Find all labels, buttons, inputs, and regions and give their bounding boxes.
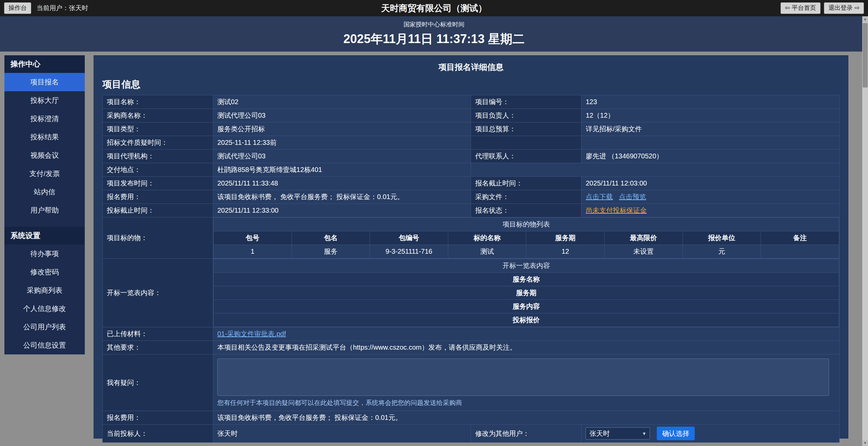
topbar-left: 操作台 当前用户：张天时: [4, 2, 88, 14]
field-label: 项目编号：: [471, 95, 581, 109]
sidebar-item-user-help[interactable]: 用户帮助: [4, 201, 85, 219]
table-row: 其他要求： 本项目相关公告及变更事项在招采测试平台（https://www.cs…: [103, 341, 840, 354]
logout-button[interactable]: 退出登录 ⇨: [824, 2, 864, 14]
scroll-down-icon[interactable]: ▼: [862, 440, 868, 446]
clock-source-label: 国家授时中心标准时间: [0, 20, 868, 28]
cell: [761, 245, 839, 258]
opening-row: 服务名称: [213, 273, 839, 286]
confirm-select-button[interactable]: 确认选择: [657, 427, 695, 440]
field-value: 测试02: [213, 95, 471, 109]
sidebar-item-video-meeting[interactable]: 视频会议: [4, 146, 85, 164]
company-title: 天时商贸有限公司（测试）: [381, 2, 487, 14]
sidebar-item-bid-clarify[interactable]: 投标澄清: [4, 110, 85, 128]
subject-table-header-row: 包号 包名 包编号 标的名称 服务期 最高限价 报价单位 备注: [213, 231, 839, 245]
table-row: 当前投标人： 张天时 修改为其他用户： 张天时 ▼ 确认选择: [103, 425, 840, 443]
cell: 服务: [292, 245, 370, 258]
field-value: 2025-11-11 12:33前: [213, 136, 471, 150]
subject-table-data-row: 1 服务 9-3-251111-716 测试 12 未设置 元: [213, 245, 839, 258]
field-value: 01-采购文件审批表.pdf: [213, 327, 839, 341]
clock-datetime: 2025年11月11日 11:37:13 星期二: [0, 31, 868, 47]
column-header: 包名: [292, 231, 370, 245]
opening-table: 开标一览表内容 服务名称 服务期 服务内容 投标报价: [213, 259, 839, 327]
scroll-up-icon[interactable]: ▲: [862, 16, 868, 22]
field-label: 采购文件：: [471, 190, 581, 204]
sidebar-item-bid-hall[interactable]: 投标大厅: [4, 91, 85, 110]
section-title: 项目信息: [102, 78, 840, 91]
column-header: 包号: [213, 231, 292, 245]
uploaded-file-link[interactable]: 01-采购文件审批表.pdf: [217, 330, 286, 337]
sidebar-item-company-users[interactable]: 公司用户列表: [4, 318, 85, 336]
page-title: 项目报名详细信息: [102, 59, 840, 77]
subject-table-cell: 项目标的物列表 包号 包名 包编号 标的名称 服务期 最高限价 报价单位: [213, 217, 839, 259]
sidebar-item-pay-invoice[interactable]: 支付/发票: [4, 164, 85, 183]
table-row: 招标文件质疑时间： 2025-11-11 12:33前: [103, 136, 840, 150]
field-value: 2025/11/11 11:33:48: [213, 177, 471, 190]
preview-doc-link[interactable]: 点击预览: [619, 193, 646, 200]
column-header: 标的名称: [448, 231, 526, 245]
field-label: 项目类型：: [103, 122, 213, 136]
field-value: 杜鹃路858号奥克斯缔壹城12栋401: [213, 163, 471, 177]
topbar: 操作台 当前用户：张天时 天时商贸有限公司（测试） ⇦ 平台首页 退出登录 ⇨: [0, 0, 868, 16]
field-value: 123: [581, 95, 840, 109]
sidebar-item-change-password[interactable]: 修改密码: [4, 263, 85, 281]
field-label: 修改为其他用户：: [471, 425, 581, 443]
table-row: 项目代理机构： 测试代理公司03 代理联系人： 廖先进 （13469070520…: [103, 150, 840, 163]
field-value: 本项目相关公告及变更事项在招采测试平台（https://www.cszoc.co…: [213, 341, 839, 354]
sidebar-item-bid-result[interactable]: 投标结果: [4, 128, 85, 146]
field-label: 项目负责人：: [471, 109, 581, 122]
topbar-right: ⇦ 平台首页 退出登录 ⇨: [781, 2, 864, 14]
field-label: 当前投标人：: [103, 425, 213, 443]
table-row: 已上传材料： 01-采购文件审批表.pdf: [103, 327, 840, 341]
field-value: 详见招标/采购文件: [581, 122, 840, 136]
question-hint: 您有任何对于本项目的疑问都可以在此处填写提交，系统将会把您的问题发送给采购商: [217, 398, 835, 409]
sidebar-item-profile-edit[interactable]: 个人信息修改: [4, 299, 85, 318]
sidebar: 操作中心 项目报名 投标大厅 投标澄清 投标结果 视频会议 支付/发票 站内信 …: [4, 55, 85, 354]
subject-table-title: 项目标的物列表: [213, 218, 839, 231]
field-label: 项目发布时间：: [103, 177, 213, 190]
signup-status-link[interactable]: 尚未支付投标保证金: [586, 207, 647, 214]
field-label-empty: [471, 136, 581, 150]
table-row-question: 我有疑问： 您有任何对于本项目的疑问都可以在此处填写提交，系统将会把您的问题发送…: [103, 354, 840, 411]
content-area: 操作中心 项目报名 投标大厅 投标澄清 投标结果 视频会议 支付/发票 站内信 …: [0, 52, 868, 439]
table-row: 项目名称： 测试02 项目编号： 123: [103, 95, 840, 109]
field-value: 张天时: [213, 425, 471, 443]
field-label: 报名费用：: [103, 190, 213, 204]
field-label: 项目总预算：: [471, 122, 581, 136]
sidebar-item-messages[interactable]: 站内信: [4, 183, 85, 201]
scrollbar-thumb[interactable]: [863, 23, 868, 88]
opening-table-title: 开标一览表内容: [213, 259, 839, 273]
field-value: 12（12）: [581, 109, 840, 122]
field-label: 投标截止时间：: [103, 204, 213, 217]
column-header: 最高限价: [605, 231, 683, 245]
field-value: 服务类公开招标: [213, 122, 471, 136]
column-header: 报价单位: [683, 231, 761, 245]
change-user-select[interactable]: 张天时 ▼: [586, 427, 650, 440]
field-value: 尚未支付投标保证金: [581, 204, 840, 217]
platform-home-button[interactable]: ⇦ 平台首页: [781, 2, 821, 14]
field-value: 测试代理公司03: [213, 150, 471, 163]
download-doc-link[interactable]: 点击下载: [586, 193, 613, 200]
sidebar-item-todo[interactable]: 待办事项: [4, 245, 85, 263]
field-label: 其他要求：: [103, 341, 213, 354]
sidebar-item-purchaser-list[interactable]: 采购商列表: [4, 281, 85, 299]
field-label: 已上传材料：: [103, 327, 213, 341]
project-info-table: 项目名称： 测试02 项目编号： 123 采购商名称： 测试代理公司03 项目负…: [102, 95, 840, 443]
cell: 未设置: [605, 245, 683, 258]
cell: 元: [683, 245, 761, 258]
field-value: 点击下载点击预览: [581, 190, 840, 204]
table-row: 投标截止时间： 2025/11/11 12:33:00 报名状态： 尚未支付投标…: [103, 204, 840, 217]
field-value-empty: [581, 136, 840, 150]
sidebar-item-project-signup[interactable]: 项目报名: [4, 73, 85, 91]
opening-row: 服务期: [213, 286, 839, 300]
field-label: 报名截止时间：: [471, 177, 581, 190]
sidebar-item-company-settings[interactable]: 公司信息设置: [4, 336, 85, 354]
scrollbar[interactable]: ▲ ▼: [862, 16, 868, 446]
field-value: 2025/11/11 12:03:00: [581, 177, 840, 190]
field-label: 报名状态：: [471, 204, 581, 217]
cell: 12: [526, 245, 605, 258]
clock-band: 国家授时中心标准时间 2025年11月11日 11:37:13 星期二: [0, 16, 868, 52]
field-label: 项目代理机构：: [103, 150, 213, 163]
console-button[interactable]: 操作台: [4, 2, 31, 14]
question-textarea[interactable]: [217, 358, 829, 396]
current-user-label: 当前用户：张天时: [37, 4, 88, 13]
